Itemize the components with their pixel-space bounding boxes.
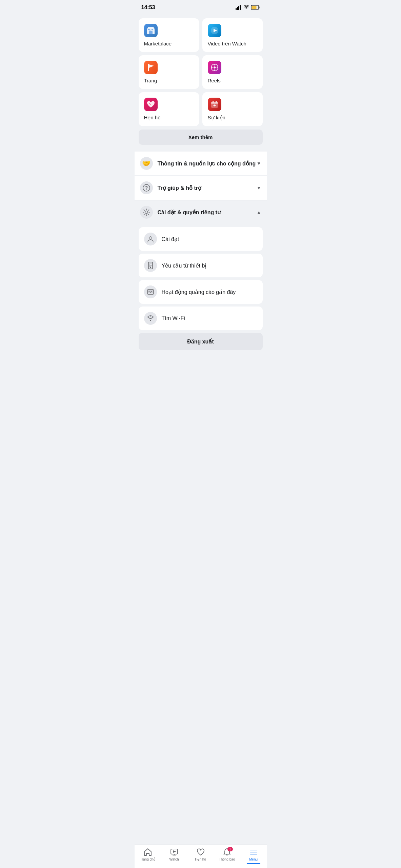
trang-icon — [144, 61, 158, 74]
svg-rect-8 — [149, 31, 153, 34]
trang-label: Trang — [144, 78, 194, 83]
nav-menu[interactable]: Menu — [240, 848, 267, 861]
help-label: Trợ giúp & hỗ trợ — [158, 185, 202, 191]
reels-label: Reels — [208, 78, 257, 83]
settings-accordion[interactable]: Cài đặt & quyền riêng tư ▲ — [135, 200, 267, 224]
nav-menu-label: Menu — [249, 857, 258, 861]
nav-watch[interactable]: Watch — [161, 848, 187, 861]
notification-badge: 1 — [227, 847, 233, 851]
svg-marker-12 — [149, 64, 154, 68]
svg-point-28 — [149, 237, 152, 239]
watch-nav-icon — [170, 848, 179, 856]
main-content: Marketplace Video trên Watch Trang — [135, 15, 267, 383]
henho-nav-icon — [196, 848, 205, 856]
svg-point-37 — [148, 291, 150, 292]
marketplace-card[interactable]: Marketplace — [139, 18, 199, 52]
svg-rect-21 — [211, 102, 218, 104]
signal-icon — [236, 5, 242, 10]
status-icons — [236, 5, 260, 10]
settings-hoatdong-card[interactable]: Hoạt động quảng cáo gần đây — [139, 280, 263, 304]
settings-chevron: ▲ — [257, 210, 261, 215]
watch-icon — [208, 24, 221, 37]
hoatdong-icon — [144, 285, 157, 298]
svg-rect-0 — [236, 8, 237, 10]
henho-card[interactable]: Hẹn hò — [139, 92, 199, 126]
trang-card[interactable]: Trang — [139, 55, 199, 89]
svg-rect-2 — [238, 6, 239, 10]
svg-rect-6 — [259, 7, 260, 8]
marketplace-icon — [144, 24, 158, 37]
section-divider-1 — [135, 149, 267, 152]
community-accordion[interactable]: 🤝 Thông tin & nguồn lực cho cộng đồng ▼ — [135, 152, 267, 176]
settings-icon — [140, 206, 153, 219]
yeucau-label: Yêu cầu từ thiết bị — [162, 262, 206, 269]
svg-rect-22 — [213, 101, 214, 103]
settings-caidat-card[interactable]: Cài đặt — [139, 227, 263, 251]
wifi-label: Tìm Wi-Fi — [162, 315, 185, 321]
sukien-card[interactable]: Sự kiện — [202, 92, 263, 126]
watch-label: Video trên Watch — [208, 41, 257, 46]
community-label: Thông tin & nguồn lực cho cộng đồng — [158, 160, 256, 167]
community-icon: 🤝 — [140, 157, 153, 170]
svg-rect-32 — [149, 264, 150, 264]
svg-point-38 — [150, 320, 151, 321]
nav-active-indicator — [247, 863, 260, 864]
settings-expanded: Cài đặt Yêu cầu từ thiết bị — [135, 227, 267, 350]
nav-henho[interactable]: Hẹn hò — [187, 848, 214, 861]
bottom-nav: Trang chủ Watch Hẹn hò 1 Thông báo — [135, 845, 267, 868]
svg-rect-1 — [237, 7, 238, 10]
community-chevron: ▼ — [257, 161, 261, 166]
nav-henho-label: Hẹn hò — [195, 857, 206, 861]
wifi-icon — [244, 5, 249, 9]
watch-card[interactable]: Video trên Watch — [202, 18, 263, 52]
svg-rect-23 — [216, 101, 217, 103]
hoatdong-label: Hoạt động quảng cáo gần đây — [162, 289, 236, 295]
svg-point-30 — [150, 267, 151, 268]
reels-icon — [208, 61, 221, 74]
henho-label: Hẹn hò — [144, 115, 194, 121]
sukien-label: Sự kiện — [208, 115, 257, 121]
svg-text:?: ? — [145, 185, 148, 191]
yeucau-icon — [144, 259, 157, 272]
battery-icon — [251, 5, 260, 10]
app-grid: Marketplace Video trên Watch Trang — [135, 15, 267, 130]
svg-rect-11 — [148, 64, 149, 71]
wifi-settings-icon — [144, 312, 157, 325]
status-time: 14:53 — [141, 4, 155, 11]
status-bar: 14:53 — [135, 0, 267, 15]
nav-notifications-label: Thông báo — [219, 857, 235, 861]
help-icon: ? — [140, 181, 153, 194]
svg-point-27 — [145, 211, 148, 214]
logout-button[interactable]: Đăng xuất — [139, 333, 263, 350]
sukien-icon — [208, 98, 221, 111]
caidat-icon — [144, 233, 157, 245]
caidat-label: Cài đặt — [162, 236, 179, 242]
henho-icon — [144, 98, 158, 111]
reels-card[interactable]: Reels — [202, 55, 263, 89]
marketplace-label: Marketplace — [144, 41, 194, 46]
see-more-button[interactable]: Xem thêm — [139, 130, 263, 145]
svg-marker-40 — [173, 850, 176, 853]
nav-watch-label: Watch — [169, 857, 179, 861]
settings-label: Cài đặt & quyền riêng tư — [158, 209, 221, 216]
nav-home-label: Trang chủ — [140, 857, 155, 861]
nav-notifications[interactable]: 1 Thông báo — [214, 848, 240, 861]
svg-rect-3 — [240, 5, 241, 10]
settings-wifi-card[interactable]: Tìm Wi-Fi — [139, 307, 263, 330]
svg-rect-33 — [149, 265, 152, 266]
svg-rect-34 — [149, 266, 151, 267]
svg-rect-5 — [252, 6, 256, 9]
nav-home[interactable]: Trang chủ — [135, 848, 161, 861]
menu-nav-icon — [249, 848, 258, 856]
home-icon — [143, 848, 152, 856]
settings-yeucau-card[interactable]: Yêu cầu từ thiết bị — [139, 254, 263, 277]
help-chevron: ▼ — [257, 185, 261, 191]
help-accordion[interactable]: ? Trợ giúp & hỗ trợ ▼ — [135, 176, 267, 200]
